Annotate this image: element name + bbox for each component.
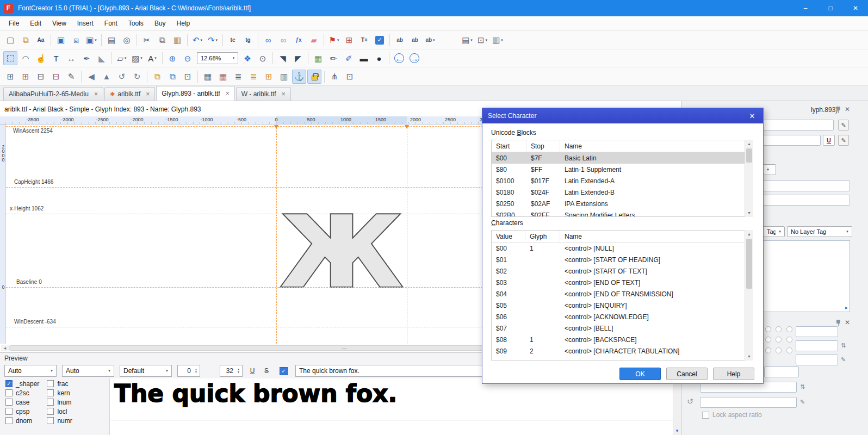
strikeout-button[interactable]: S [261,365,272,376]
edit-icon[interactable]: ✎ [800,399,805,406]
save-icon[interactable]: ▣ [54,33,68,47]
glyph-cells-icon[interactable]: ⊞ [262,70,276,84]
anchor-point[interactable] [786,347,792,353]
pen-icon[interactable]: ✒ [79,51,94,65]
edit-icon[interactable]: ✎ [841,356,846,363]
tracking-stepper[interactable]: 0▲▼ [177,365,200,377]
scroll-down-icon[interactable]: ▼ [745,211,753,215]
rotate-cw-icon[interactable]: ↻ [130,70,144,84]
metrics-lines-icon[interactable]: ≣ [231,70,245,84]
tab-glyph-893-ariblk-ttf[interactable]: Glyph.893 - ariblk.ttf× [156,86,234,101]
guide-handle[interactable] [405,125,409,129]
characters-scrollbar[interactable]: ▲ ▼ [745,230,753,361]
trace-icon[interactable]: ✏ [326,51,340,65]
scroll-left-icon[interactable]: ◂ [1,345,9,351]
feature-shaper[interactable]: ✓_shaper [5,380,39,387]
metrics-overview-icon[interactable]: ⊡▾ [475,33,489,47]
ok-button[interactable]: OK [619,368,661,380]
pin-icon[interactable] [836,107,841,114]
expand-icon[interactable]: ▸ [845,304,848,310]
marquee-select-icon[interactable] [3,51,17,65]
menu-tools[interactable]: Tools [123,17,149,30]
layer-tag-dropdown[interactable]: No Layer Tag▾ [787,226,852,237]
table-row[interactable]: $03<control> [END OF TEXT] [492,277,745,288]
underline-button[interactable]: U [247,365,258,376]
close-button[interactable]: ✕ [843,0,868,16]
page-preview-icon[interactable]: ▥▾ [491,33,505,47]
table-row[interactable]: $80$FFLatin-1 Supplement [492,164,745,175]
menu-edit[interactable]: Edit [24,17,47,30]
zoom-fit-icon[interactable]: ❖ [240,51,255,65]
transform-field-1[interactable] [796,326,838,337]
column-header-name[interactable]: Name [560,231,745,242]
lock-aspect-checkbox[interactable]: Lock aspect ratio [702,411,762,419]
anchor-point[interactable] [765,326,771,332]
help-button[interactable]: Help [713,368,754,380]
transform-close-icon[interactable]: ✕ [845,319,850,326]
tab-close-icon[interactable]: × [226,90,230,97]
column-header-stop[interactable]: Stop [526,140,560,152]
table-row[interactable]: $02<control> [START OF TEXT] [492,265,745,277]
table-row[interactable]: $06<control> [ACKNOWLEDGE] [492,311,745,322]
report-icon[interactable]: ▤▾ [460,33,474,47]
scrollbar-thumb[interactable] [746,148,752,163]
text-tool-icon[interactable]: T [49,51,63,65]
feature-frac[interactable]: frac [47,380,72,387]
panel-field-1[interactable] [763,181,850,191]
scrollbar-thumb[interactable] [746,239,752,289]
menu-insert[interactable]: Insert [72,17,99,30]
paste-icon[interactable]: ▥ [170,33,184,47]
advance-width-guide[interactable] [407,125,407,344]
find-icon[interactable]: ◎ [120,33,134,47]
preview-canvas[interactable]: The quick brown fox. [109,378,673,435]
column-header-name[interactable]: Name [560,140,745,152]
codepoint-field[interactable] [763,135,821,146]
tab-close-icon[interactable]: × [146,90,150,98]
grid-icon[interactable]: ▦ [201,70,215,84]
cancel-button[interactable]: Cancel [666,368,708,380]
guide-handle[interactable] [274,125,278,129]
anchor-point[interactable] [765,337,771,343]
transform-field-2[interactable] [796,340,838,351]
table-row[interactable]: $092<control> [CHARACTER TABULATION] [492,345,745,357]
table-row[interactable]: $02B0$02FFSpacing Modifier Letters [492,209,745,217]
point-mode-icon[interactable]: ◤ [291,51,305,65]
feature-case[interactable]: case [5,399,39,406]
scroll-down-icon[interactable]: ▼ [673,428,681,433]
anchor-point[interactable] [786,337,792,343]
eraser-icon[interactable]: ▰ [307,33,321,47]
anchor-point[interactable] [786,326,792,332]
transform-tc-icon[interactable]: tc [226,33,240,47]
table-row[interactable]: $05<control> [ENQUIRY] [492,300,745,311]
tags-listbox[interactable]: ▸ [763,240,850,312]
import-image-icon[interactable]: ▦ [311,51,325,65]
side-panel-icon[interactable]: ▥ [277,70,291,84]
brush-icon[interactable]: ✐ [342,51,356,65]
glyph-remove-icon[interactable]: ⊞ [18,70,33,84]
link-composite-icon[interactable]: ∞ [261,33,275,47]
column-header-glyph[interactable]: Glyph [525,231,560,242]
tab-ariblk-ttf[interactable]: ✱ariblk.ttf× [104,87,155,101]
undo-icon[interactable]: ↶▾ [190,33,204,47]
nav-forward-icon[interactable]: → [407,51,421,65]
anchor-point[interactable] [765,347,771,353]
nav-back-icon[interactable]: ← [392,51,406,65]
anchor-point[interactable] [776,347,782,353]
fill-bucket-icon[interactable]: ◣ [95,51,109,65]
anchor-icon[interactable]: ⚓ [292,70,306,84]
unicode-badge-icon[interactable]: U [823,135,835,146]
cut-icon[interactable]: ✂ [140,33,154,47]
swap-values-icon[interactable]: ⇅ [800,383,805,390]
print-icon[interactable]: ▤ [104,33,119,47]
measure-icon[interactable]: ↔ [64,51,78,65]
redo-icon[interactable]: ↷▾ [206,33,220,47]
edit-codepoint-button[interactable]: ✎ [838,135,849,146]
tab-alibabapuhuiti-2-65-mediu[interactable]: AlibabaPuHuiTi-2-65-Mediu× [3,87,103,101]
font-color-icon[interactable]: A▾ [145,51,159,65]
lasso-select-icon[interactable]: ◠ [18,51,33,65]
tab-close-icon[interactable]: × [282,90,286,98]
table-row[interactable]: $0180$024FLatin Extended-B [492,187,745,198]
pan-hand-icon[interactable]: ☝ [34,51,48,65]
font-size-stepper[interactable]: 32▲▼ [220,365,243,377]
table-row[interactable]: $01<control> [START OF HEADING] [492,254,745,265]
